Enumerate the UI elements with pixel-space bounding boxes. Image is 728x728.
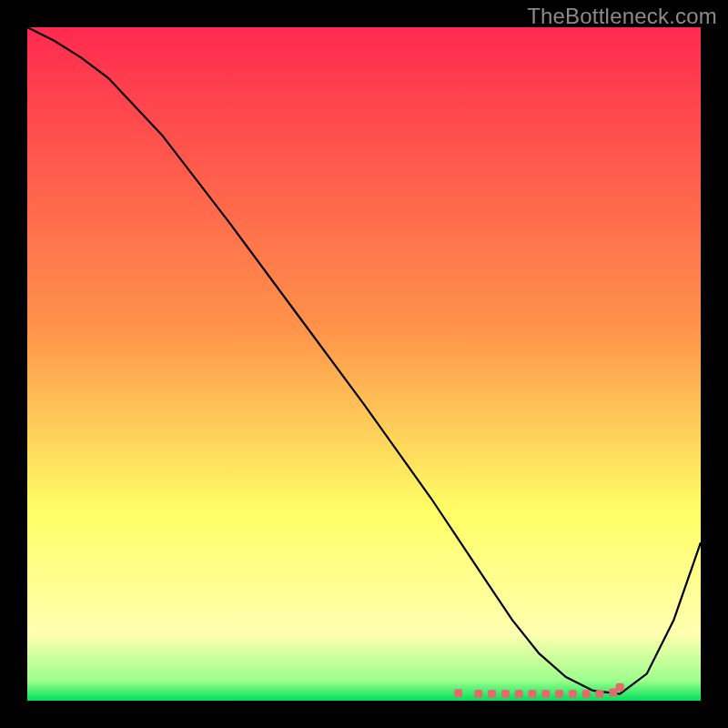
optimal-marker [515, 690, 523, 698]
bottleneck-chart [27, 27, 701, 701]
optimal-marker [555, 690, 563, 698]
optimal-marker [529, 690, 537, 698]
optimal-marker [454, 689, 462, 697]
optimal-marker [616, 683, 624, 692]
optimal-marker [488, 690, 496, 698]
optimal-marker [541, 690, 550, 698]
optimal-marker [596, 690, 604, 698]
outer-frame: { "watermark": "TheBottleneck.com", "cha… [0, 0, 728, 728]
optimal-marker [582, 690, 591, 698]
watermark-text: TheBottleneck.com [527, 4, 717, 29]
optimal-marker [474, 690, 482, 698]
chart-background [27, 27, 701, 701]
optimal-marker [501, 690, 510, 698]
optimal-marker [569, 690, 577, 698]
